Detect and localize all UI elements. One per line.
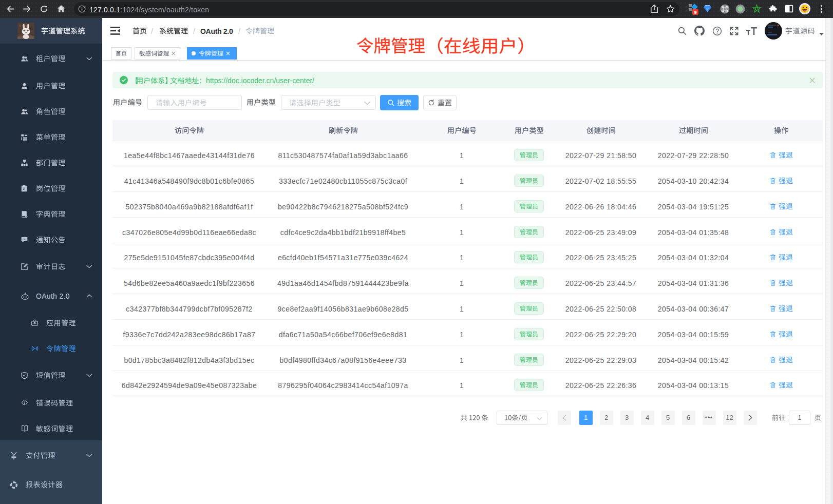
svg-text:9: 9 (694, 10, 696, 15)
